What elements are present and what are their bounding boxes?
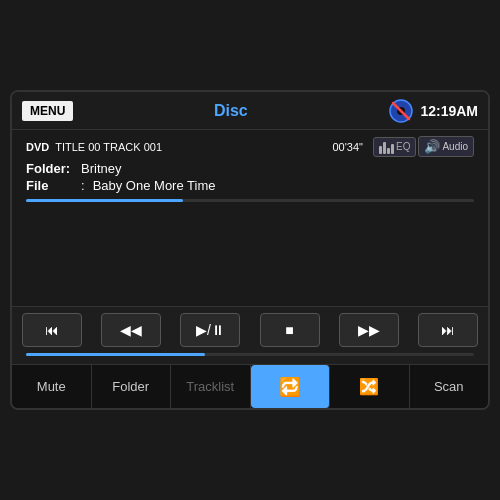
header-title: Disc: [73, 102, 388, 120]
header-bar: MENU Disc 12:19AM: [12, 92, 488, 130]
folder-label: Folder:: [26, 161, 81, 176]
fast-forward-button[interactable]: ▶▶: [339, 313, 399, 347]
play-pause-icon: ▶/⏸: [196, 322, 225, 338]
folder-value: Britney: [81, 161, 121, 176]
bottom-nav: Mute Folder Tracklist 🔁 🔀 Scan: [12, 364, 488, 408]
scan-label: Scan: [434, 379, 464, 394]
time-display: 12:19AM: [420, 103, 478, 119]
dvd-row: DVD TITLE 00 TRACK 001 00'34" EQ: [26, 136, 474, 157]
time-code: 00'34": [332, 141, 362, 153]
file-label: File: [26, 178, 81, 193]
transport-progress-bar[interactable]: [26, 353, 474, 356]
play-pause-button[interactable]: ▶/⏸: [180, 313, 240, 347]
audio-button[interactable]: 🔊 Audio: [418, 136, 474, 157]
track-label: TRACK: [103, 141, 143, 153]
eq-button[interactable]: EQ: [373, 137, 416, 157]
folder-nav-label: Folder: [112, 379, 149, 394]
info-progress-bar[interactable]: [26, 199, 474, 202]
repeat-icon: 🔁: [279, 376, 301, 398]
eq-audio-controls: EQ 🔊 Audio: [373, 136, 474, 157]
mute-label: Mute: [37, 379, 66, 394]
nav-item-scan[interactable]: Scan: [410, 365, 489, 408]
rewind-icon: ◀◀: [120, 322, 142, 338]
stop-icon: ■: [285, 322, 293, 338]
next-track-icon: ⏭: [441, 322, 455, 338]
nav-item-folder[interactable]: Folder: [92, 365, 172, 408]
transport-progress-fill: [26, 353, 205, 356]
nav-item-shuffle[interactable]: 🔀: [330, 365, 410, 408]
menu-button[interactable]: MENU: [22, 101, 73, 121]
prev-track-button[interactable]: ⏮: [22, 313, 82, 347]
track-num: 001: [144, 141, 162, 153]
fast-forward-icon: ▶▶: [358, 322, 380, 338]
title-label: TITLE: [55, 141, 85, 153]
transport-controls: ⏮ ◀◀ ▶/⏸ ■ ▶▶ ⏭: [22, 313, 478, 347]
file-row: File : Baby One More Time: [26, 178, 474, 193]
info-section: DVD TITLE 00 TRACK 001 00'34" EQ: [12, 130, 488, 306]
dvd-label: DVD: [26, 141, 49, 153]
next-track-button[interactable]: ⏭: [418, 313, 478, 347]
info-progress-fill: [26, 199, 183, 202]
track-info: TITLE 00 TRACK 001: [55, 141, 332, 153]
folder-row: Folder: Britney: [26, 161, 474, 176]
nav-item-repeat[interactable]: 🔁: [251, 365, 331, 408]
file-value: Baby One More Time: [93, 178, 216, 193]
transport-section: ⏮ ◀◀ ▶/⏸ ■ ▶▶ ⏭: [12, 306, 488, 364]
eq-label: EQ: [396, 141, 410, 152]
nav-item-mute[interactable]: Mute: [12, 365, 92, 408]
title-num: 00: [88, 141, 100, 153]
rewind-button[interactable]: ◀◀: [101, 313, 161, 347]
file-colon: :: [81, 178, 85, 193]
header-right: 12:19AM: [388, 98, 478, 124]
eq-icon: [379, 140, 394, 154]
media-player: MENU Disc 12:19AM DVD TITLE 00 TRACK 001…: [10, 90, 490, 410]
disc-icon: [388, 98, 414, 124]
tracklist-label: Tracklist: [186, 379, 234, 394]
prev-track-icon: ⏮: [45, 322, 59, 338]
nav-item-tracklist[interactable]: Tracklist: [171, 365, 251, 408]
speaker-icon: 🔊: [424, 139, 440, 154]
shuffle-icon: 🔀: [359, 377, 379, 396]
stop-button[interactable]: ■: [260, 313, 320, 347]
audio-label: Audio: [442, 141, 468, 152]
